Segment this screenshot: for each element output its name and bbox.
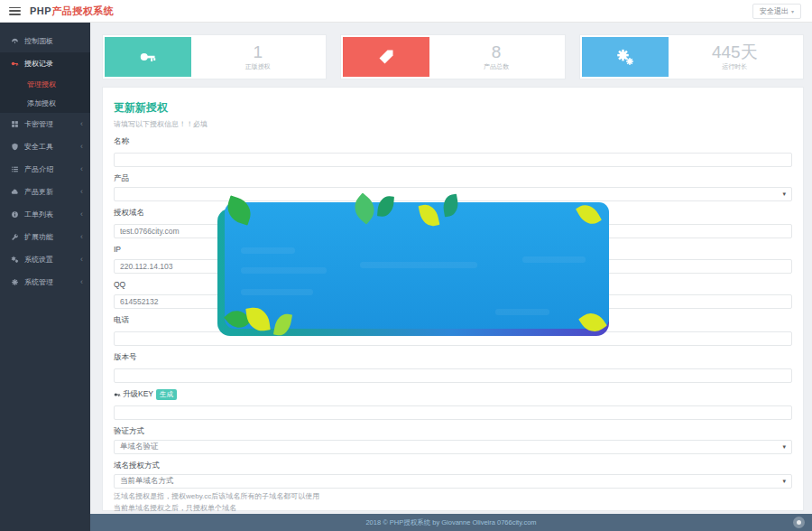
- footer-text: 2018 © PHP授权系统 by Giovanne Oliveira 0766…: [365, 518, 536, 527]
- chevron-left-icon: ‹: [80, 278, 83, 286]
- top-header: PHP产品授权系统 安全退出▾: [0, 0, 812, 23]
- chevron-down-icon: ▾: [791, 8, 794, 14]
- subitem-label: 添加授权: [27, 98, 56, 108]
- stat-card-products: 8 产品总数: [340, 34, 565, 79]
- sidebar-subitem-manage-auth[interactable]: 管理授权: [0, 75, 90, 94]
- grid-icon: [11, 120, 19, 128]
- app-title-prefix: PHP: [30, 5, 51, 16]
- promo-overlay: [217, 202, 609, 336]
- sidebar-item-label: 工单列表: [24, 210, 53, 219]
- menu-toggle-icon[interactable]: [9, 7, 21, 15]
- key-icon: [139, 48, 157, 66]
- sidebar-item-label: 产品更新: [24, 187, 53, 197]
- stat-icon-block: [582, 37, 669, 77]
- cogs-icon: [11, 256, 19, 264]
- sidebar-item-dashboard[interactable]: 控制面板: [0, 30, 90, 52]
- domain-auth-method-select[interactable]: 当前单域名方式▾: [114, 474, 792, 489]
- help-line: 当前单域名授权之后，只授权单个域名: [114, 502, 792, 514]
- product-label: 产品: [114, 173, 792, 184]
- gear-icon: [11, 278, 19, 286]
- domain-auth-method-label: 域名授权方式: [114, 461, 792, 471]
- sidebar-item-product-intro[interactable]: 产品介绍‹: [0, 158, 90, 181]
- sidebar-item-system-settings[interactable]: 系统设置‹: [0, 248, 90, 271]
- sidebar-item-card-management[interactable]: 卡密管理‹: [0, 113, 90, 135]
- footer: 2018 © PHP授权系统 by Giovanne Oliveira 0766…: [90, 514, 812, 531]
- sidebar-item-label: 卡密管理: [24, 119, 53, 129]
- sidebar-item-security-tools[interactable]: 安全工具‹: [0, 135, 90, 158]
- sidebar-subitem-add-auth[interactable]: 添加授权: [0, 94, 90, 113]
- logout-button[interactable]: 安全退出▾: [752, 4, 801, 19]
- sidebar-item-label: 扩展功能: [24, 232, 53, 242]
- key-icon: [114, 391, 121, 398]
- chevron-left-icon: ‹: [80, 233, 83, 241]
- stat-value: 8: [429, 43, 562, 61]
- form-title: 更新新授权: [114, 100, 792, 116]
- promo-card: [225, 202, 609, 329]
- upgrade-key-input[interactable]: [114, 405, 792, 420]
- chevron-down-icon: ▾: [782, 191, 786, 198]
- form-subtitle: 请填写以下授权信息！！必填: [114, 119, 792, 129]
- version-input[interactable]: [114, 368, 792, 383]
- upgrade-key-label-text: 升级KEY: [123, 389, 153, 400]
- app-title: PHP产品授权系统: [30, 5, 114, 18]
- info-icon: [11, 210, 19, 219]
- key-icon: [11, 60, 19, 68]
- upgrade-key-label: 升级KEY 生成: [114, 389, 792, 400]
- stat-value: 445天: [669, 43, 801, 61]
- cloud-icon: [11, 188, 19, 196]
- app-title-suffix: 产品授权系统: [51, 5, 114, 16]
- chevron-left-icon: ‹: [80, 120, 83, 128]
- list-icon: [11, 165, 19, 173]
- verify-method-select[interactable]: 单域名验证▾: [114, 440, 792, 454]
- sidebar-item-label: 授权记录: [24, 59, 53, 69]
- logout-label: 安全退出: [760, 6, 789, 16]
- wrench-icon: [11, 233, 19, 241]
- back-to-top-button[interactable]: [793, 517, 805, 528]
- chevron-left-icon: ‹: [80, 256, 83, 264]
- select-value: 单域名验证: [120, 442, 159, 452]
- stat-card-authorizations: 1 正版授权: [102, 34, 327, 79]
- sidebar: 控制面板 授权记录 管理授权 添加授权 卡密管理‹ 安全工具‹ 产品介绍‹ 产品…: [0, 23, 90, 531]
- help-text: 泛域名授权是指，授权weby.cc后该域名所有的子域名都可以使用 当前单域名授权…: [114, 490, 792, 514]
- sidebar-item-auth-records[interactable]: 授权记录: [0, 52, 90, 75]
- sidebar-item-label: 控制面板: [24, 36, 53, 46]
- chevron-down-icon: ▾: [782, 478, 786, 485]
- sidebar-item-product-update[interactable]: 产品更新‹: [0, 181, 90, 203]
- stat-label: 正版授权: [191, 62, 324, 71]
- sidebar-item-extensions[interactable]: 扩展功能‹: [0, 226, 90, 248]
- dot-icon: [797, 520, 801, 525]
- dashboard-icon: [11, 37, 19, 45]
- gears-icon: [616, 48, 634, 66]
- sidebar-item-label: 安全工具: [24, 142, 53, 152]
- stat-card-uptime: 445天 运行时长: [579, 34, 804, 79]
- chevron-down-icon: ▾: [782, 443, 786, 451]
- subitem-label: 管理授权: [27, 79, 56, 89]
- name-input[interactable]: [114, 153, 792, 167]
- stat-label: 产品总数: [429, 62, 562, 71]
- sidebar-item-ticket-list[interactable]: 工单列表‹: [0, 203, 90, 226]
- chevron-left-icon: ‹: [80, 210, 83, 219]
- select-value: 当前单域名方式: [120, 476, 174, 487]
- stat-icon-block: [343, 37, 429, 77]
- sidebar-item-label: 系统管理: [24, 277, 53, 287]
- leaf-icon: [245, 305, 271, 332]
- stat-label: 运行时长: [669, 62, 801, 71]
- generate-key-button[interactable]: 生成: [156, 389, 177, 400]
- sidebar-item-label: 产品介绍: [24, 164, 53, 174]
- stats-row: 1 正版授权 8 产品总数 445天 运行时长: [102, 34, 804, 79]
- stat-icon-block: [105, 37, 191, 77]
- sidebar-item-system-management[interactable]: 系统管理‹: [0, 271, 90, 293]
- name-label: 名称: [114, 136, 792, 147]
- chevron-left-icon: ‹: [80, 188, 83, 196]
- stat-value: 1: [191, 43, 324, 61]
- sidebar-group-auth: 授权记录 管理授权 添加授权: [0, 52, 90, 113]
- sidebar-item-label: 系统设置: [24, 255, 53, 265]
- leaf-icon: [377, 195, 394, 217]
- chevron-left-icon: ‹: [80, 143, 83, 151]
- help-line: 泛域名授权是指，授权weby.cc后该域名所有的子域名都可以使用: [114, 490, 792, 502]
- tag-icon: [377, 48, 395, 66]
- verify-method-label: 验证方式: [114, 426, 792, 437]
- chevron-left-icon: ‹: [80, 165, 83, 173]
- shield-icon: [11, 143, 19, 151]
- version-label: 版本号: [114, 352, 792, 363]
